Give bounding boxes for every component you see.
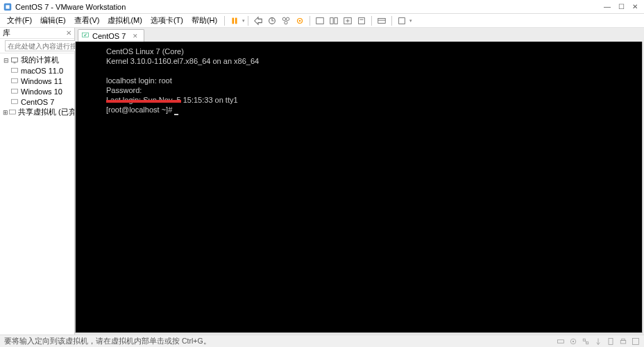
svg-point-7 <box>285 21 287 24</box>
tree-item-win10[interactable]: Windows 10 <box>1 86 73 96</box>
close-button[interactable]: ✕ <box>629 2 641 12</box>
usb-button[interactable] <box>293 15 307 27</box>
svg-rect-29 <box>586 341 588 344</box>
svg-rect-32 <box>622 339 625 340</box>
view-mode-button[interactable] <box>375 15 389 27</box>
expand-icon[interactable]: ⊞ <box>3 109 8 116</box>
computer-icon <box>10 56 19 65</box>
svg-rect-3 <box>235 17 237 24</box>
svg-rect-21 <box>12 89 18 93</box>
svg-rect-19 <box>12 68 18 72</box>
menu-help[interactable]: 帮助(H) <box>187 15 221 26</box>
status-text: 要将输入定向到该虚拟机，请在虚拟机内部单击或按 Ctrl+G。 <box>4 337 557 346</box>
tree-item-centos7[interactable]: CentOS 7 <box>1 96 73 107</box>
sound-icon[interactable] <box>607 337 615 346</box>
svg-rect-16 <box>399 17 405 24</box>
tree-root-mycomputer[interactable]: ⊟ 我的计算机 <box>1 55 73 65</box>
expand-status-icon[interactable] <box>632 337 640 346</box>
chevron-down-icon[interactable]: ▾ <box>409 18 412 24</box>
tree-label: CentOS 7 <box>21 98 54 106</box>
menu-edit[interactable]: 编辑(E) <box>36 15 70 26</box>
send-button[interactable] <box>251 15 265 27</box>
tree-label: 我的计算机 <box>21 55 59 65</box>
cd-icon[interactable] <box>569 337 577 346</box>
svg-rect-23 <box>10 110 16 114</box>
svg-point-5 <box>282 17 285 20</box>
separator <box>248 16 248 26</box>
sidebar: 库 ✕ ▾ ⊟ 我的计算机 macOS 11.0 <box>0 28 75 335</box>
menu-vm[interactable]: 虚拟机(M) <box>103 15 146 26</box>
snapshot-button[interactable] <box>265 15 279 27</box>
stretch-button[interactable] <box>341 15 355 27</box>
shared-icon <box>8 108 17 117</box>
power-pause-button[interactable] <box>228 15 242 27</box>
tree-label: Windows 11 <box>21 77 62 85</box>
printer-icon[interactable] <box>619 337 627 346</box>
vm-console[interactable]: CentOS Linux 7 (Core) Kernel 3.10.0-1160… <box>75 42 643 333</box>
console-output: CentOS Linux 7 (Core) Kernel 3.10.0-1160… <box>76 42 642 115</box>
exclusive-button[interactable] <box>355 15 368 27</box>
svg-rect-2 <box>232 17 235 24</box>
highlight-underline <box>106 100 181 103</box>
tree-label: macOS 11.0 <box>21 67 63 75</box>
tab-label: CentOS 7 <box>92 32 126 40</box>
tree-label: Windows 10 <box>21 87 62 96</box>
tree-label: 共享虚拟机 (已弃用) <box>18 107 74 117</box>
separator <box>310 16 310 26</box>
settings-button[interactable] <box>395 15 409 27</box>
svg-point-9 <box>299 19 301 22</box>
svg-point-6 <box>287 17 289 20</box>
svg-rect-12 <box>334 17 337 24</box>
disk-icon[interactable] <box>557 337 565 346</box>
usb-status-icon[interactable] <box>594 337 602 346</box>
svg-point-27 <box>573 340 574 341</box>
vm-icon <box>10 98 19 106</box>
window-title: CentOS 7 - VMware Workstation <box>15 3 601 11</box>
separator <box>391 16 392 26</box>
sidebar-close-button[interactable]: ✕ <box>66 29 71 37</box>
minimize-button[interactable]: — <box>601 2 613 12</box>
app-icon <box>3 2 12 12</box>
tree-item-win11[interactable]: Windows 11 <box>1 76 73 86</box>
svg-rect-20 <box>12 78 18 83</box>
vm-icon <box>10 67 19 75</box>
vm-icon <box>10 77 19 85</box>
tree-shared-vms[interactable]: ⊞ 共享虚拟机 (已弃用) <box>1 107 73 117</box>
tab-close-button[interactable]: ✕ <box>133 33 138 40</box>
svg-rect-31 <box>620 340 626 344</box>
vm-icon <box>10 87 19 96</box>
svg-rect-22 <box>12 99 18 103</box>
menu-view[interactable]: 查看(V) <box>70 15 104 26</box>
vm-running-icon <box>81 31 90 41</box>
tree-item-macos[interactable]: macOS 11.0 <box>1 65 73 76</box>
vm-tab-centos7[interactable]: CentOS 7 ✕ <box>78 29 144 42</box>
menu-tabs[interactable]: 选项卡(T) <box>146 15 187 26</box>
snapshot-manager-button[interactable] <box>279 15 293 27</box>
menu-file[interactable]: 文件(F) <box>3 15 36 26</box>
separator <box>224 16 225 26</box>
fullscreen-button[interactable] <box>313 15 327 27</box>
unity-button[interactable] <box>327 15 341 27</box>
svg-rect-11 <box>330 17 333 24</box>
svg-rect-25 <box>558 339 564 343</box>
cursor <box>174 114 178 115</box>
separator <box>371 16 372 26</box>
svg-rect-30 <box>609 338 613 344</box>
svg-rect-15 <box>378 18 386 23</box>
svg-rect-18 <box>12 58 18 62</box>
svg-rect-10 <box>316 17 324 24</box>
svg-rect-1 <box>6 5 9 8</box>
status-icons <box>557 337 640 346</box>
svg-rect-14 <box>359 17 365 24</box>
svg-rect-33 <box>633 338 639 344</box>
network-icon[interactable] <box>582 337 590 346</box>
sidebar-title: 库 <box>3 28 10 38</box>
maximize-button[interactable]: ☐ <box>615 2 627 12</box>
chevron-down-icon[interactable]: ▾ <box>242 18 245 24</box>
collapse-icon[interactable]: ⊟ <box>3 57 10 64</box>
svg-rect-28 <box>583 339 585 341</box>
